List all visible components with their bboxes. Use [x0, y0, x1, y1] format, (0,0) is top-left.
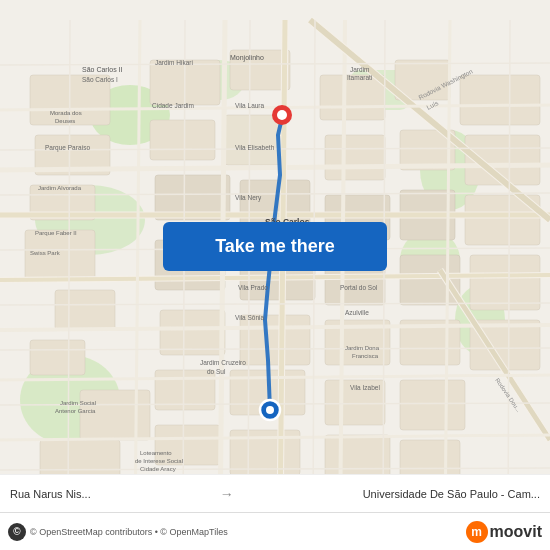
- svg-text:de Interese Social: de Interese Social: [135, 458, 183, 464]
- svg-text:Deuses: Deuses: [55, 118, 75, 124]
- svg-rect-41: [400, 255, 460, 305]
- route-destination: Universidade De São Paulo - Cam...: [363, 488, 540, 500]
- svg-rect-31: [320, 75, 385, 120]
- svg-text:Jardim: Jardim: [350, 66, 370, 73]
- svg-point-86: [266, 406, 274, 414]
- route-info-bar: Rua Narus Nis... → Universidade De São P…: [0, 474, 550, 512]
- svg-rect-42: [470, 255, 540, 310]
- svg-rect-33: [460, 75, 540, 125]
- svg-text:Cidade Jardim: Cidade Jardim: [152, 102, 194, 109]
- svg-text:Jardim Cruzeiro: Jardim Cruzeiro: [200, 359, 246, 366]
- svg-rect-14: [30, 340, 85, 375]
- route-arrow-icon: →: [220, 486, 234, 502]
- svg-text:São Carlos II: São Carlos II: [82, 66, 123, 73]
- svg-text:Vila Izabel: Vila Izabel: [350, 384, 380, 391]
- svg-rect-34: [325, 135, 385, 180]
- bottom-bar: © © OpenStreetMap contributors • © OpenM…: [0, 512, 550, 550]
- svg-text:Morada dos: Morada dos: [50, 110, 82, 116]
- moovit-logo: m moovit: [466, 521, 542, 543]
- svg-text:Azulville: Azulville: [345, 309, 369, 316]
- moovit-icon: m: [466, 521, 488, 543]
- osm-logo-icon: ©: [8, 523, 26, 541]
- svg-rect-47: [400, 380, 465, 430]
- svg-rect-15: [80, 390, 150, 440]
- take-me-there-button[interactable]: Take me there: [163, 222, 387, 271]
- svg-text:Vila Prado: Vila Prado: [238, 284, 268, 291]
- svg-text:Itamarati: Itamarati: [347, 74, 372, 81]
- svg-text:Cidade Aracy: Cidade Aracy: [140, 466, 176, 472]
- svg-point-84: [277, 110, 287, 120]
- svg-text:Vila Laura: Vila Laura: [235, 102, 265, 109]
- route-origin: Rua Narus Nis...: [10, 488, 91, 500]
- svg-text:Jardim Dona: Jardim Dona: [345, 345, 380, 351]
- svg-text:Vila Sônia: Vila Sônia: [235, 314, 265, 321]
- svg-text:Antenor Garcia: Antenor Garcia: [55, 408, 96, 414]
- svg-text:Vila Nery: Vila Nery: [235, 194, 262, 202]
- svg-text:Jardim Hikari: Jardim Hikari: [155, 59, 193, 66]
- svg-text:Portal do Sol: Portal do Sol: [340, 284, 378, 291]
- svg-text:Monjolinho: Monjolinho: [230, 54, 264, 62]
- moovit-text: moovit: [490, 523, 542, 541]
- svg-text:Jardim Alvorada: Jardim Alvorada: [38, 185, 82, 191]
- attribution-text: © OpenStreetMap contributors • © OpenMap…: [30, 527, 228, 537]
- app-container: São Carlos II São Carlos I Morada dos De…: [0, 0, 550, 550]
- svg-rect-26: [240, 315, 310, 365]
- attribution-area: © © OpenStreetMap contributors • © OpenM…: [8, 523, 228, 541]
- svg-text:Parque Paraíso: Parque Paraíso: [45, 144, 91, 152]
- svg-text:Swiss Park: Swiss Park: [30, 250, 61, 256]
- svg-text:Parque Faber II: Parque Faber II: [35, 230, 77, 236]
- branding-area: m moovit: [466, 521, 542, 543]
- map-svg: São Carlos II São Carlos I Morada dos De…: [0, 0, 550, 550]
- svg-rect-13: [55, 290, 115, 330]
- svg-rect-19: [150, 120, 215, 160]
- svg-text:São Carlos I: São Carlos I: [82, 76, 118, 83]
- map-container: São Carlos II São Carlos I Morada dos De…: [0, 0, 550, 550]
- svg-text:Loteamento: Loteamento: [140, 450, 172, 456]
- svg-rect-25: [160, 310, 225, 355]
- svg-text:Jardim Social: Jardim Social: [60, 400, 96, 406]
- svg-text:Francisca: Francisca: [352, 353, 379, 359]
- svg-text:do Sul: do Sul: [207, 368, 226, 375]
- svg-text:Vila Elisabeth: Vila Elisabeth: [235, 144, 275, 151]
